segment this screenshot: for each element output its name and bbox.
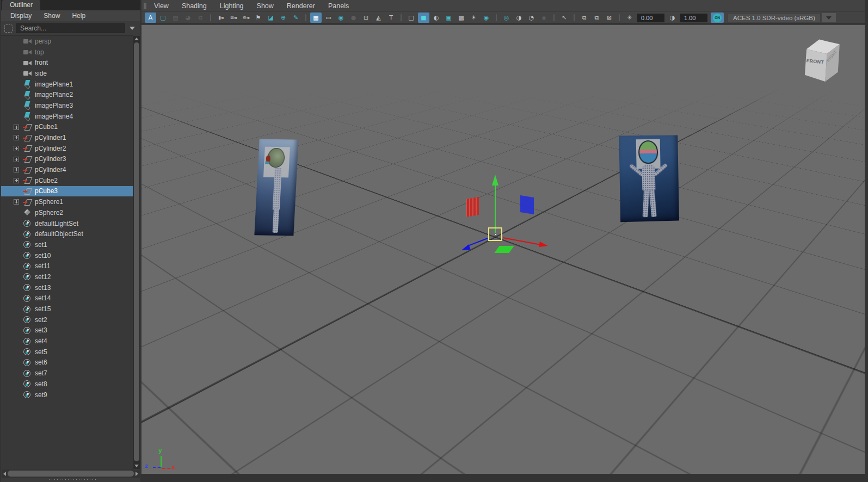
camera-attributes-icon[interactable]: ⚙◄ [240, 13, 251, 23]
pan-zoom-2d-icon[interactable]: ⊕ [278, 13, 289, 23]
image-stack-icon[interactable]: ⧉ [195, 13, 206, 23]
outliner-item-defaultObjectSet[interactable]: defaultObjectSet [1, 228, 133, 239]
outliner-item-pCube3[interactable]: pCube3 [1, 186, 133, 197]
exposure-toggle-icon[interactable]: ✳ [624, 13, 635, 23]
outliner-item-pSphere2[interactable]: pSphere2 [1, 207, 133, 218]
vertical-scroll-thumb[interactable] [134, 42, 139, 461]
outliner-item-imagePlane2[interactable]: imagePlane2 [1, 89, 133, 100]
outliner-tab[interactable]: Outliner [2, 0, 40, 10]
expand-toggle-icon[interactable] [14, 157, 19, 162]
outliner-item-side[interactable]: side [1, 68, 133, 79]
outliner-item-imagePlane3[interactable]: imagePlane3 [1, 100, 133, 111]
scroll-right-icon[interactable] [136, 472, 138, 476]
manipulator-xy-plane-handle[interactable] [520, 195, 534, 214]
xray-display-icon[interactable]: ⧉ [578, 13, 590, 23]
view-transform-select[interactable]: ACES 1.0 SDR-video (sRGB) [728, 13, 821, 22]
outliner-item-set2[interactable]: set2 [1, 314, 133, 325]
gamma-toggle-icon[interactable]: ◑ [667, 13, 678, 23]
grease-pencil-icon[interactable]: ✎ [290, 13, 301, 23]
depth-of-field-icon[interactable]: ▪ [538, 13, 550, 23]
shadows-display-icon[interactable]: ◉ [481, 13, 492, 23]
outliner-search-input[interactable] [16, 23, 125, 33]
view-transform-arrow-button[interactable] [822, 13, 836, 22]
outliner-item-pCube2[interactable]: pCube2 [1, 175, 133, 186]
letter-a-display-icon[interactable]: A [145, 13, 156, 23]
outliner-item-set7[interactable]: set7 [1, 368, 133, 379]
imageplane-side-view[interactable] [254, 139, 298, 236]
scroll-up-icon[interactable] [134, 38, 139, 40]
outliner-item-pSphere1[interactable]: pSphere1 [1, 196, 133, 207]
outliner-item-set12[interactable]: set12 [1, 271, 133, 282]
viewport-menu-renderer[interactable]: Renderer [280, 0, 322, 12]
gamma-value-field[interactable]: 1.00 [680, 14, 707, 22]
expand-toggle-icon[interactable] [14, 146, 19, 151]
field-chart-icon[interactable]: ⊡ [360, 13, 372, 23]
manipulator-y-axis[interactable] [495, 184, 496, 233]
bookmarks-icon[interactable]: ⚑ [253, 13, 264, 23]
view-cube[interactable]: FRONT RIGHT [799, 34, 841, 82]
use-default-material-icon[interactable]: ◐ [430, 13, 442, 23]
outliner-item-set1[interactable]: set1 [1, 239, 133, 250]
resolution-gate-icon[interactable]: ◉ [335, 13, 347, 23]
outliner-item-set9[interactable]: set9 [1, 390, 133, 400]
outliner-menu-help[interactable]: Help [66, 10, 91, 21]
outliner-menu-show[interactable]: Show [38, 10, 66, 21]
scroll-left-icon[interactable] [3, 472, 6, 476]
outliner-vertical-scrollbar[interactable] [133, 36, 140, 469]
viewport-menu-shading[interactable]: Shading [175, 0, 213, 12]
outliner-item-set13[interactable]: set13 [1, 282, 133, 293]
outliner-item-front[interactable]: front [1, 57, 133, 68]
safe-action-icon[interactable]: ◭ [373, 13, 384, 23]
horizontal-scroll-thumb[interactable] [8, 471, 134, 477]
exposure-value-field[interactable]: 0.00 [637, 14, 664, 22]
outliner-item-pCylinder4[interactable]: pCylinder4 [1, 164, 133, 175]
outliner-item-persp[interactable]: persp [1, 36, 133, 47]
film-gate-icon[interactable]: ▭ [323, 13, 334, 23]
grid-display-icon[interactable]: ▦ [310, 13, 322, 23]
outliner-item-imagePlane4[interactable]: imagePlane4 [1, 111, 133, 122]
image-plane-icon[interactable]: ◪ [265, 13, 276, 23]
anti-aliasing-icon[interactable]: ◔ [526, 13, 537, 23]
wireframe-display-icon[interactable]: □ [405, 13, 417, 23]
viewport-menu-view[interactable]: View [147, 0, 175, 12]
outliner-item-defaultLightSet[interactable]: defaultLightSet [1, 218, 133, 229]
expand-toggle-icon[interactable] [14, 125, 19, 130]
smooth-shade-all-icon[interactable]: ■ [418, 13, 429, 23]
selection-highlight-frame-icon[interactable]: ▢ [157, 13, 169, 23]
outliner-item-set8[interactable]: set8 [1, 379, 133, 390]
film-gate-small-icon[interactable]: ▤ [170, 13, 181, 23]
outliner-horizontal-scrollbar[interactable] [2, 469, 140, 478]
gate-mask-icon[interactable]: ● [348, 13, 359, 23]
outliner-item-set10[interactable]: set10 [1, 250, 133, 261]
outliner-item-set14[interactable]: set14 [1, 293, 133, 304]
expand-toggle-icon[interactable] [14, 167, 19, 172]
motion-blur-icon[interactable]: ◑ [513, 13, 525, 23]
expand-toggle-icon[interactable] [14, 178, 19, 183]
scroll-down-icon[interactable] [134, 465, 139, 467]
lock-camera-icon[interactable]: ⊠◄ [227, 13, 239, 23]
imageplane-front-view[interactable] [619, 135, 679, 223]
isolate-select-icon[interactable]: ↖ [558, 13, 570, 23]
outliner-item-set4[interactable]: set4 [1, 336, 133, 347]
menubar-drag-handle[interactable] [144, 3, 145, 9]
outliner-item-pCylinder3[interactable]: pCylinder3 [1, 154, 133, 165]
expand-toggle-icon[interactable] [14, 199, 19, 205]
panel-resize-grip[interactable] [48, 479, 96, 480]
outliner-item-imagePlane1[interactable]: imagePlane1 [1, 79, 133, 90]
outliner-item-pCylinder2[interactable]: pCylinder2 [1, 143, 133, 154]
viewport-menu-lighting[interactable]: Lighting [213, 0, 250, 12]
outliner-item-set15[interactable]: set15 [1, 304, 133, 314]
textured-display-icon[interactable]: ▩ [455, 13, 467, 23]
manipulator-center-handle[interactable] [488, 227, 502, 241]
outliner-item-set5[interactable]: set5 [1, 347, 133, 357]
xray-active-components-icon[interactable]: ⧉ [591, 13, 602, 23]
screen-space-ao-icon[interactable]: ◎ [501, 13, 512, 23]
shade-object-icon[interactable]: ▣ [443, 13, 454, 23]
viewport-menu-show[interactable]: Show [250, 0, 280, 12]
use-all-lights-icon[interactable]: ☀ [468, 13, 479, 23]
color-pie-icon[interactable]: ◕ [182, 13, 194, 23]
filter-icon[interactable] [4, 24, 13, 33]
manipulator-y-arrowhead[interactable] [492, 175, 498, 186]
outliner-item-pCube1[interactable]: pCube1 [1, 122, 133, 133]
viewport-menu-panels[interactable]: Panels [322, 0, 355, 12]
